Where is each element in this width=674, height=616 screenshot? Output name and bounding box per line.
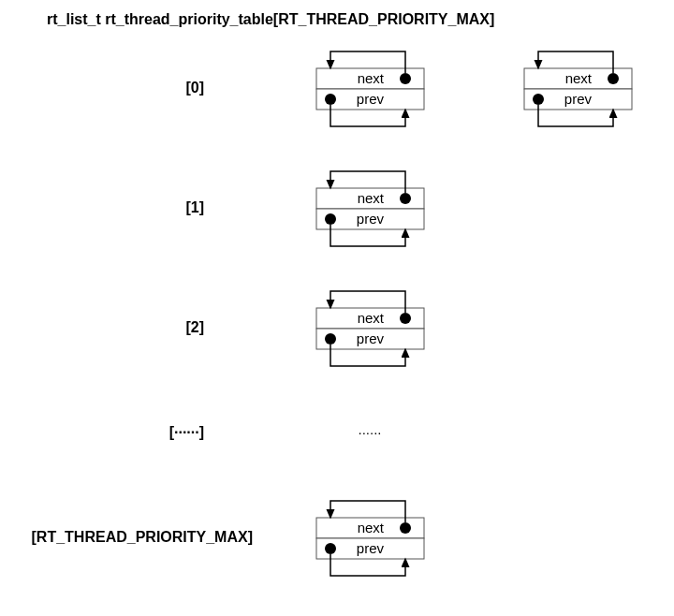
list-node: next prev bbox=[316, 171, 424, 246]
next-label: next bbox=[358, 70, 385, 86]
prev-label: prev bbox=[357, 211, 385, 227]
index-2: [2] bbox=[185, 319, 204, 335]
prev-label: prev bbox=[564, 91, 593, 107]
prev-dot bbox=[325, 333, 336, 345]
next-dot bbox=[608, 73, 619, 84]
index-1: [1] bbox=[185, 199, 204, 215]
index-ellipsis: [······] bbox=[169, 424, 204, 440]
prev-dot bbox=[325, 94, 336, 105]
next-label: next bbox=[565, 70, 593, 86]
row-ellipsis: [······] ······ bbox=[169, 424, 382, 440]
list-node: next prev bbox=[316, 291, 424, 366]
prev-label: prev bbox=[357, 330, 385, 346]
index-max: [RT_THREAD_PRIORITY_MAX] bbox=[32, 529, 253, 545]
row-0: [0] next prev next prev bbox=[185, 51, 632, 126]
next-label: next bbox=[358, 310, 385, 326]
row-1: [1] next prev bbox=[185, 171, 424, 246]
next-label: next bbox=[358, 190, 385, 206]
next-dot bbox=[400, 313, 411, 324]
list-node: next prev bbox=[316, 501, 424, 576]
row-max: [RT_THREAD_PRIORITY_MAX] next prev bbox=[32, 501, 424, 576]
prev-dot bbox=[533, 94, 544, 105]
row-2: [2] next prev bbox=[185, 291, 424, 366]
diagram-title: rt_list_t rt_thread_priority_table[RT_TH… bbox=[47, 11, 494, 27]
next-dot bbox=[400, 73, 411, 84]
prev-dot bbox=[325, 543, 336, 554]
next-label: next bbox=[358, 520, 385, 535]
prev-label: prev bbox=[357, 91, 385, 107]
prev-label: prev bbox=[357, 540, 385, 556]
ellipsis-cell: ······ bbox=[358, 424, 381, 440]
next-dot bbox=[400, 193, 411, 204]
list-node: next prev bbox=[316, 51, 424, 126]
index-0: [0] bbox=[185, 80, 204, 95]
list-node: next prev bbox=[524, 51, 632, 126]
prev-dot bbox=[325, 213, 336, 225]
next-dot bbox=[400, 522, 411, 534]
priority-table-diagram: rt_list_t rt_thread_priority_table[RT_TH… bbox=[0, 0, 674, 616]
